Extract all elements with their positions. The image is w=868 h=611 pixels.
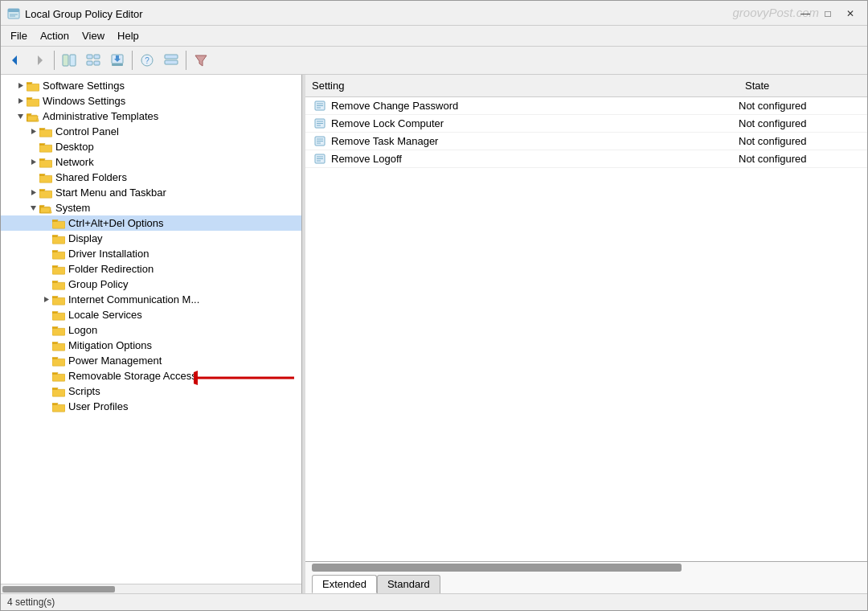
menu-action[interactable]: Action — [34, 27, 76, 44]
tree-node-folder-redirection[interactable]: Folder Redirection — [1, 261, 301, 277]
folder-icon-driver-installation — [52, 248, 65, 260]
folder-icon-internet-comm — [52, 294, 65, 306]
back-button[interactable] — [4, 49, 27, 72]
show-scope-button[interactable] — [58, 49, 80, 72]
list-row-setting: Remove Change Password — [328, 100, 739, 112]
tree-panel: Software Settings Windows Settings Admin… — [1, 75, 302, 593]
tree-toggle-internet-comm[interactable] — [39, 296, 52, 303]
close-button[interactable]: ✕ — [840, 6, 861, 22]
tree-node-start-menu[interactable]: Start Menu and Taskbar — [1, 185, 301, 200]
svg-marker-20 — [18, 83, 23, 88]
tree-node-ctrl-alt-del[interactable]: Ctrl+Alt+Del Options — [1, 215, 301, 231]
folder-icon-network — [39, 157, 52, 168]
export-button[interactable] — [106, 49, 129, 72]
tree-toggle-system[interactable] — [27, 204, 39, 211]
tree-toggle-windows-settings[interactable] — [14, 97, 27, 105]
folder-icon-control-panel — [39, 126, 52, 137]
folder-icon-shared-folders — [39, 172, 52, 183]
tree-node-logon[interactable]: Logon — [1, 322, 301, 338]
tree-label-network: Network — [55, 156, 97, 168]
tree-scroll[interactable]: Software Settings Windows Settings Admin… — [1, 75, 301, 584]
tree-node-mitigation-options[interactable]: Mitigation Options — [1, 338, 301, 353]
tree-node-system[interactable]: System — [1, 200, 301, 215]
list-area: Setting State Remove Change PasswordNot … — [305, 75, 867, 561]
menu-file[interactable]: File — [4, 27, 34, 44]
forward-button[interactable] — [28, 49, 51, 72]
tree-label-group-policy: Group Policy — [68, 278, 131, 290]
help-button[interactable]: ? — [136, 49, 158, 72]
folder-icon-windows-settings — [27, 96, 39, 107]
tree-node-group-policy[interactable]: Group Policy — [1, 277, 301, 292]
tree-node-display[interactable]: Display — [1, 231, 301, 246]
bottom-bar: Extended Standard — [305, 561, 867, 593]
tree-label-windows-settings: Windows Settings — [43, 95, 129, 107]
folder-icon-power-management — [52, 355, 65, 367]
tree-node-network[interactable]: Network — [1, 154, 301, 170]
list-row[interactable]: Remove Lock ComputerNot configured — [305, 115, 867, 133]
tree-node-desktop[interactable]: Desktop — [1, 139, 301, 154]
view-mode-button[interactable] — [160, 49, 182, 72]
menu-bar: File Action View Help — [1, 26, 867, 47]
svg-marker-26 — [31, 206, 36, 211]
tree-toggle-software-settings[interactable] — [14, 82, 27, 89]
tree-toggle-control-panel[interactable] — [27, 128, 39, 135]
tree-label-shared-folders: Shared Folders — [55, 171, 130, 183]
folder-icon-logon — [52, 325, 65, 336]
tree-node-internet-comm[interactable]: Internet Communication M... — [1, 292, 301, 307]
tree-node-shared-folders[interactable]: Shared Folders — [1, 170, 301, 185]
tab-standard[interactable]: Standard — [377, 575, 440, 593]
tree-label-locale-services: Locale Services — [68, 309, 145, 321]
tree-node-power-management[interactable]: Power Management — [1, 353, 301, 368]
folder-icon-admin-templates — [27, 111, 39, 122]
tree-label-user-profiles: User Profiles — [68, 400, 131, 412]
filter-button[interactable] — [190, 49, 212, 72]
folder-icon-folder-redirection — [52, 264, 65, 275]
tree-node-scripts[interactable]: Scripts — [1, 383, 301, 399]
tree-label-logon: Logon — [68, 324, 100, 336]
tabs-row: Extended Standard — [305, 573, 867, 593]
tree-node-removable-storage[interactable]: Removable Storage Access — [1, 368, 301, 383]
list-row[interactable]: Remove Task ManagerNot configured — [305, 133, 867, 150]
tree-node-user-profiles[interactable]: User Profiles — [1, 399, 301, 414]
maximize-button[interactable]: □ — [817, 6, 838, 22]
tree-node-locale-services[interactable]: Locale Services — [1, 307, 301, 322]
tab-extended[interactable]: Extended — [312, 575, 377, 593]
tree-toggle-admin-templates[interactable] — [14, 113, 27, 120]
list-row-setting: Remove Logoff — [328, 153, 739, 165]
svg-rect-6 — [63, 55, 68, 66]
list-row[interactable]: Remove LogoffNot configured — [305, 150, 867, 168]
tree-node-windows-settings[interactable]: Windows Settings — [1, 93, 301, 109]
tree-node-software-settings[interactable]: Software Settings — [1, 78, 301, 93]
tree-label-admin-templates: Administrative Templates — [43, 110, 162, 122]
tree-horizontal-scrollbar[interactable] — [1, 584, 301, 593]
svg-marker-5 — [38, 55, 43, 65]
tree-label-system: System — [55, 202, 93, 214]
tree-toggle-network[interactable] — [27, 158, 39, 166]
tree-label-control-panel: Control Panel — [55, 125, 122, 137]
list-row-state: Not configured — [739, 153, 867, 165]
list-row[interactable]: Remove Change PasswordNot configured — [305, 97, 867, 115]
policy-icon — [312, 118, 328, 129]
content-area: Software Settings Windows Settings Admin… — [1, 75, 867, 593]
folder-icon-start-menu — [39, 187, 52, 199]
status-text: 4 setting(s) — [7, 597, 55, 608]
menu-view[interactable]: View — [76, 27, 111, 44]
tree-label-display: Display — [68, 232, 106, 244]
svg-rect-9 — [94, 55, 100, 59]
list-header: Setting State — [305, 75, 867, 97]
tree-node-driver-installation[interactable]: Driver Installation — [1, 246, 301, 261]
menu-help[interactable]: Help — [111, 27, 145, 44]
folder-icon-software-settings — [27, 80, 39, 92]
tree-label-power-management: Power Management — [68, 355, 165, 367]
svg-marker-25 — [31, 190, 36, 195]
tree-toggle-start-menu[interactable] — [27, 189, 39, 196]
tree-node-admin-templates[interactable]: Administrative Templates — [1, 109, 301, 124]
folder-icon-locale-services — [52, 310, 65, 321]
svg-rect-18 — [165, 60, 178, 64]
view-button[interactable] — [82, 49, 104, 72]
minimize-button[interactable]: — — [795, 6, 816, 22]
list-body[interactable]: Remove Change PasswordNot configured Rem… — [305, 97, 867, 561]
tree-node-control-panel[interactable]: Control Panel — [1, 124, 301, 139]
tree-label-desktop: Desktop — [55, 141, 97, 153]
right-horizontal-scrollbar[interactable] — [305, 562, 867, 573]
